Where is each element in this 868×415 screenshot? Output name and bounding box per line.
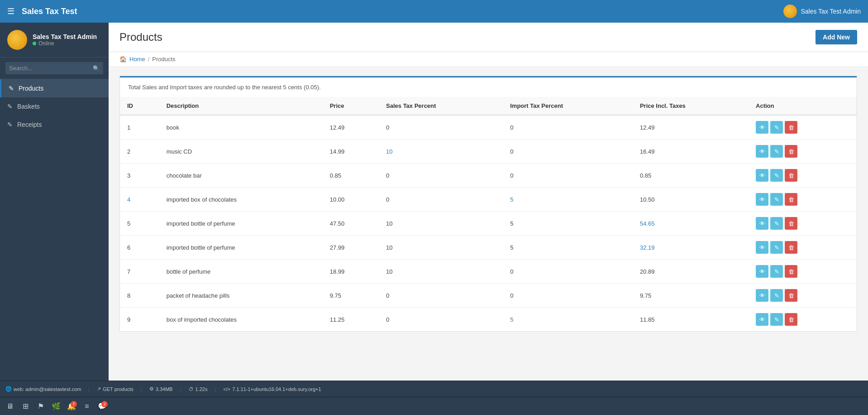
edit-button-3[interactable]: ✎	[770, 169, 783, 182]
col-sales-tax: Sales Tax Percent	[379, 97, 503, 115]
cell-import-tax-4[interactable]: 5	[503, 188, 633, 212]
app-title: Sales Tax Test	[22, 7, 783, 16]
cell-action-9: 👁 ✎ 🗑	[749, 308, 857, 332]
taskbar-icon-grid[interactable]: ⊞	[19, 400, 32, 413]
edit-button-2[interactable]: ✎	[770, 145, 783, 158]
table-row: 1book12.490012.49 👁 ✎ 🗑	[120, 115, 857, 140]
table-row: 4imported box of chocolates10.000510.50 …	[120, 188, 857, 212]
search-icon: 🔍	[93, 65, 100, 72]
status-time: ⏱ 1.22s	[189, 386, 208, 392]
delete-button-1[interactable]: 🗑	[785, 121, 797, 134]
delete-button-2[interactable]: 🗑	[785, 145, 797, 158]
view-button-8[interactable]: 👁	[756, 289, 768, 302]
status-dot	[33, 42, 36, 45]
cell-price-incl-9: 11.85	[633, 308, 749, 332]
cell-import-tax-1: 0	[503, 115, 633, 140]
cell-action-8: 👁 ✎ 🗑	[749, 284, 857, 308]
cell-action-1: 👁 ✎ 🗑	[749, 115, 857, 140]
edit-button-9[interactable]: ✎	[770, 313, 783, 326]
sidebar-user-info: Sales Tax Test Admin Online	[0, 23, 109, 58]
cell-sales-tax-1: 0	[379, 115, 503, 140]
breadcrumb: 🏠 Home / Products	[109, 52, 868, 67]
sidebar-user-name: Sales Tax Test Admin	[33, 33, 97, 40]
delete-button-7[interactable]: 🗑	[785, 265, 797, 278]
delete-button-4[interactable]: 🗑	[785, 193, 797, 206]
edit-button-4[interactable]: ✎	[770, 193, 783, 206]
cell-action-2: 👁 ✎ 🗑	[749, 140, 857, 164]
edit-button-8[interactable]: ✎	[770, 289, 783, 302]
home-icon: 🏠	[119, 56, 127, 63]
cell-sales-tax-2[interactable]: 10	[379, 140, 503, 164]
cell-price-6: 27.99	[323, 236, 379, 260]
page-title: Products	[119, 31, 162, 43]
status-web: 🌐 web: admin@salestaxtest.com	[5, 386, 81, 392]
taskbar-icon-leaf[interactable]: 🌿	[50, 400, 62, 413]
cell-sales-tax-4: 0	[379, 188, 503, 212]
breadcrumb-home[interactable]: Home	[129, 56, 145, 63]
sidebar-item-baskets-label: Baskets	[17, 103, 40, 110]
sidebar-item-products[interactable]: ✎ Products	[0, 79, 109, 97]
sidebar-item-receipts[interactable]: ✎ Receipts	[0, 116, 109, 134]
cell-price-incl-6[interactable]: 32.19	[633, 236, 749, 260]
taskbar-icon-notify[interactable]: 🔔 7	[65, 400, 78, 413]
sidebar-item-receipts-label: Receipts	[17, 121, 42, 128]
delete-button-5[interactable]: 🗑	[785, 217, 797, 230]
cell-id-4[interactable]: 4	[120, 188, 159, 212]
edit-button-5[interactable]: ✎	[770, 217, 783, 230]
delete-button-6[interactable]: 🗑	[785, 241, 797, 254]
cell-sales-tax-7: 10	[379, 260, 503, 284]
table-row: 2music CD14.9910016.49 👁 ✎ 🗑	[120, 140, 857, 164]
taskbar-icon-list[interactable]: ≡	[81, 400, 93, 413]
taskbar-icon-msg[interactable]: 💬 2	[96, 400, 109, 413]
edit-button-6[interactable]: ✎	[770, 241, 783, 254]
view-button-7[interactable]: 👁	[756, 265, 768, 278]
cell-id-3: 3	[120, 164, 159, 188]
cell-action-5: 👁 ✎ 🗑	[749, 212, 857, 236]
sidebar-search-box: 🔍	[0, 58, 109, 79]
col-action: Action	[749, 97, 857, 115]
cell-price-1: 12.49	[323, 115, 379, 140]
main-content: Products Add New 🏠 Home / Products Total…	[109, 23, 868, 381]
cell-import-tax-7: 0	[503, 260, 633, 284]
view-button-2[interactable]: 👁	[756, 145, 768, 158]
sidebar-nav: ✎ Products ✎ Baskets ✎ Receipts	[0, 79, 109, 134]
view-button-1[interactable]: 👁	[756, 121, 768, 134]
taskbar-icon-terminal[interactable]: 🖥	[4, 400, 16, 413]
cell-id-1: 1	[120, 115, 159, 140]
cell-id-7: 7	[120, 260, 159, 284]
breadcrumb-current: Products	[152, 56, 175, 63]
edit-button-1[interactable]: ✎	[770, 121, 783, 134]
delete-button-3[interactable]: 🗑	[785, 169, 797, 182]
view-button-3[interactable]: 👁	[756, 169, 768, 182]
cell-description-2: music CD	[159, 140, 323, 164]
php-icon: </>	[223, 386, 230, 392]
view-button-4[interactable]: 👁	[756, 193, 768, 206]
cell-price-incl-1: 12.49	[633, 115, 749, 140]
cell-price-incl-5[interactable]: 54.65	[633, 212, 749, 236]
table-row: 9box of imported chocolates11.250511.85 …	[120, 308, 857, 332]
cell-id-9: 9	[120, 308, 159, 332]
cell-import-tax-9[interactable]: 5	[503, 308, 633, 332]
view-button-5[interactable]: 👁	[756, 217, 768, 230]
delete-button-9[interactable]: 🗑	[785, 313, 797, 326]
cell-description-7: bottle of perfume	[159, 260, 323, 284]
taskbar-icon-flag[interactable]: ⚑	[34, 400, 47, 413]
delete-button-8[interactable]: 🗑	[785, 289, 797, 302]
sidebar-item-baskets[interactable]: ✎ Baskets	[0, 97, 109, 116]
admin-avatar	[783, 5, 797, 18]
view-button-9[interactable]: 👁	[756, 313, 768, 326]
edit-button-7[interactable]: ✎	[770, 265, 783, 278]
get-products-icon: ↗	[97, 386, 101, 392]
page-header: Products Add New	[109, 23, 868, 52]
hamburger-menu[interactable]: ☰	[7, 6, 14, 16]
cell-description-1: book	[159, 115, 323, 140]
col-description: Description	[159, 97, 323, 115]
col-price: Price	[323, 97, 379, 115]
search-input[interactable]	[5, 62, 103, 74]
cell-price-5: 47.50	[323, 212, 379, 236]
cell-price-9: 11.25	[323, 308, 379, 332]
view-button-6[interactable]: 👁	[756, 241, 768, 254]
add-new-button[interactable]: Add New	[816, 30, 857, 44]
memory-icon: ⚙	[149, 386, 154, 392]
cell-sales-tax-5: 10	[379, 212, 503, 236]
